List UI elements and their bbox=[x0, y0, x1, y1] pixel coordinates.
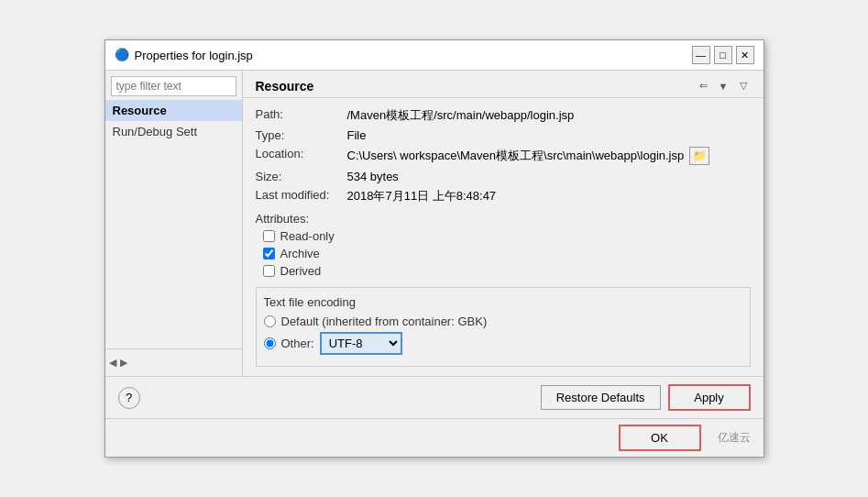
main-content: Resource ⇐ ▼ ▽ Path: /Maven模板工程/src/main… bbox=[243, 71, 764, 376]
sidebar-items: Resource Run/Debug Sett bbox=[105, 100, 242, 348]
other-encoding-radio[interactable] bbox=[264, 337, 276, 349]
minimize-button[interactable]: — bbox=[692, 46, 710, 64]
attributes-label: Attributes: bbox=[256, 212, 751, 226]
readonly-checkbox[interactable] bbox=[263, 230, 275, 242]
modified-row: Last modified: 2018年7月11日 上午8:48:47 bbox=[256, 188, 751, 204]
location-label: Location: bbox=[256, 147, 347, 160]
encoding-title: Text file encoding bbox=[264, 295, 742, 309]
path-label: Path: bbox=[256, 107, 347, 121]
content-area: Path: /Maven模板工程/src/main/webapp/login.j… bbox=[243, 98, 764, 376]
title-bar-buttons: — □ ✕ bbox=[692, 46, 754, 64]
text-encoding-section: Text file encoding Default (inherited fr… bbox=[256, 287, 751, 367]
attributes-section: Attributes: Read-only Archive Derived bbox=[256, 212, 751, 278]
size-label: Size: bbox=[256, 170, 347, 183]
derived-label: Derived bbox=[280, 264, 322, 278]
help-button[interactable]: ? bbox=[118, 387, 140, 409]
readonly-row: Read-only bbox=[263, 229, 751, 243]
header-nav: ⇐ ▼ ▽ bbox=[696, 78, 751, 94]
size-value: 534 bytes bbox=[347, 170, 751, 183]
nav-back-button[interactable]: ⇐ bbox=[696, 78, 711, 94]
scroll-right-icon[interactable]: ▶ bbox=[120, 357, 127, 369]
apply-button[interactable]: Apply bbox=[668, 384, 751, 411]
dialog-footer: ? Restore Defaults Apply bbox=[105, 376, 764, 418]
default-encoding-row: Default (inherited from container: GBK) bbox=[264, 315, 742, 328]
sidebar: Resource Run/Debug Sett ◀ ▶ bbox=[105, 71, 243, 376]
other-encoding-row: Other: UTF-8 GBK ISO-8859-1 US-ASCII UTF… bbox=[264, 332, 742, 355]
properties-dialog: 🔵 Properties for login.jsp — □ ✕ Resourc… bbox=[104, 39, 764, 458]
type-row: Type: File bbox=[256, 128, 751, 142]
default-encoding-label: Default (inherited from container: GBK) bbox=[281, 315, 488, 328]
encoding-select[interactable]: UTF-8 GBK ISO-8859-1 US-ASCII UTF-16 bbox=[320, 332, 402, 355]
sidebar-item-resource[interactable]: Resource bbox=[105, 100, 242, 121]
watermark-text: 亿速云 bbox=[718, 425, 751, 451]
modified-label: Last modified: bbox=[256, 188, 347, 202]
dialog-title: Properties for login.jsp bbox=[135, 49, 253, 62]
restore-defaults-button[interactable]: Restore Defaults bbox=[541, 385, 661, 410]
path-row: Path: /Maven模板工程/src/main/webapp/login.j… bbox=[256, 107, 751, 124]
filter-input[interactable] bbox=[111, 76, 236, 96]
archive-row: Archive bbox=[263, 247, 751, 260]
default-encoding-radio[interactable] bbox=[264, 315, 276, 327]
modified-value: 2018年7月11日 上午8:48:47 bbox=[347, 188, 751, 204]
title-bar: 🔵 Properties for login.jsp — □ ✕ bbox=[105, 40, 764, 71]
close-button[interactable]: ✕ bbox=[736, 46, 754, 64]
type-label: Type: bbox=[256, 128, 347, 142]
archive-checkbox[interactable] bbox=[263, 248, 275, 260]
browse-button[interactable]: 📁 bbox=[689, 147, 709, 165]
ok-button[interactable]: OK bbox=[619, 425, 701, 451]
dialog-icon: 🔵 bbox=[115, 48, 129, 62]
sidebar-bottom: ◀ ▶ bbox=[105, 348, 242, 376]
archive-label: Archive bbox=[280, 247, 320, 260]
size-row: Size: 534 bytes bbox=[256, 170, 751, 183]
derived-row: Derived bbox=[263, 264, 751, 278]
main-header: Resource ⇐ ▼ ▽ bbox=[243, 71, 764, 98]
nav-forward-button[interactable]: ▼ bbox=[715, 78, 732, 94]
footer-buttons: Restore Defaults Apply bbox=[541, 384, 751, 411]
other-encoding-label: Other: bbox=[281, 337, 314, 350]
section-title: Resource bbox=[256, 79, 314, 94]
sidebar-item-rundebug[interactable]: Run/Debug Sett bbox=[105, 121, 242, 142]
derived-checkbox[interactable] bbox=[263, 265, 275, 277]
type-value: File bbox=[347, 128, 751, 142]
dialog-body: Resource Run/Debug Sett ◀ ▶ Resource ⇐ ▼… bbox=[105, 71, 764, 376]
readonly-label: Read-only bbox=[280, 229, 335, 243]
title-bar-left: 🔵 Properties for login.jsp bbox=[115, 48, 253, 62]
ok-cancel-bar: OK 亿速云 bbox=[105, 418, 764, 457]
location-row: Location: C:\Users\ workspace\Maven模板工程\… bbox=[256, 147, 751, 165]
location-value-container: C:\Users\ workspace\Maven模板工程\src\main\w… bbox=[347, 147, 751, 165]
location-value: C:\Users\ workspace\Maven模板工程\src\main\w… bbox=[347, 148, 685, 164]
scroll-left-icon[interactable]: ◀ bbox=[109, 357, 116, 369]
nav-history-button[interactable]: ▽ bbox=[736, 78, 751, 94]
path-value: /Maven模板工程/src/main/webapp/login.jsp bbox=[347, 107, 751, 124]
maximize-button[interactable]: □ bbox=[714, 46, 732, 64]
